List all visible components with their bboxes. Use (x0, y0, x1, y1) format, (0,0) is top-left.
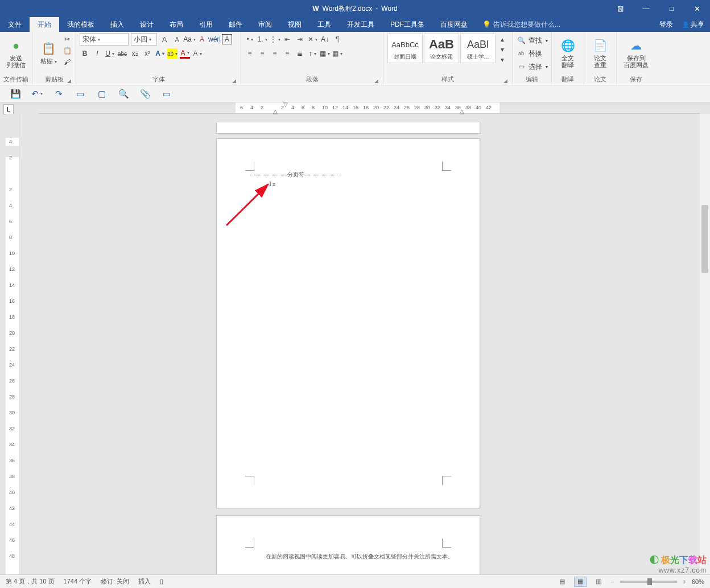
strike-icon[interactable]: abc (117, 48, 127, 59)
tab-mailings[interactable]: 邮件 (221, 17, 250, 32)
align-right-icon[interactable]: ≡ (270, 48, 280, 59)
tab-tools[interactable]: 工具 (309, 17, 339, 32)
borders-icon[interactable]: ▦ (332, 48, 342, 59)
redo-icon[interactable]: ↷ (53, 89, 64, 99)
translate-button[interactable]: 🌐 全文 翻译 (555, 33, 580, 73)
paragraph-launcher-icon[interactable]: ◢ (374, 78, 378, 84)
page-indicator[interactable]: 第 4 页，共 10 页 (6, 577, 55, 586)
select-button[interactable]: ▭选择▾ (516, 60, 548, 73)
styles-down-icon[interactable]: ▾ (497, 44, 507, 55)
styles-launcher-icon[interactable]: ◢ (503, 78, 507, 84)
underline-icon[interactable]: U (105, 48, 115, 59)
text-effects-icon[interactable]: A (155, 48, 165, 59)
font-name-combo[interactable]: 宋体 (80, 33, 129, 46)
document-page[interactable]: 分页符 I≡ (216, 138, 480, 508)
change-case-icon[interactable]: Aa (184, 34, 195, 44)
send-to-wechat-button[interactable]: ● 发送 到微信 (3, 33, 28, 73)
cut-icon[interactable]: ✂ (62, 34, 72, 44)
italic-icon[interactable]: I (92, 48, 102, 59)
style-thesis-title[interactable]: AaB 论文标题 (424, 34, 459, 63)
distribute-icon[interactable]: ≣ (295, 48, 305, 59)
font-color-icon[interactable]: A (180, 48, 190, 59)
asian-layout-icon[interactable]: ✕ (307, 34, 317, 44)
horizontal-ruler[interactable]: ▽ △ △ 6422468101214161820222426283032343… (39, 102, 700, 114)
style-cover-date[interactable]: AaBbCc 封面日期 (387, 34, 423, 63)
tab-view[interactable]: 视图 (280, 17, 309, 32)
tab-design[interactable]: 设计 (132, 17, 162, 32)
tab-references[interactable]: 引用 (191, 17, 221, 32)
tab-my-templates[interactable]: 我的模板 (59, 17, 102, 32)
sort-icon[interactable]: A↓ (320, 34, 330, 44)
bold-icon[interactable]: B (80, 48, 90, 59)
maximize-icon[interactable]: □ (659, 0, 684, 17)
numbering-icon[interactable]: 1. (257, 34, 267, 44)
show-marks-icon[interactable]: ¶ (332, 34, 342, 44)
align-justify-icon[interactable]: ≡ (282, 48, 292, 59)
tab-developer[interactable]: 开发工具 (339, 17, 382, 32)
styles-up-icon[interactable]: ▴ (497, 34, 507, 44)
first-line-indent-icon[interactable]: ▽ (283, 101, 288, 108)
line-spacing-icon[interactable]: ↕ (307, 48, 317, 59)
font-size-combo[interactable]: 小四 (131, 33, 157, 46)
highlight-icon[interactable]: ab (167, 48, 178, 59)
undo-icon[interactable]: ↶ (32, 89, 42, 99)
print-layout-icon[interactable]: ▦ (574, 577, 587, 587)
tab-layout[interactable]: 布局 (162, 17, 191, 32)
login-button[interactable]: 登录 (659, 20, 673, 30)
zoom-in-icon[interactable]: + (683, 578, 686, 585)
qat-attach-icon[interactable]: 📎 (140, 89, 150, 99)
word-count[interactable]: 1744 个字 (64, 577, 92, 586)
grow-font-icon[interactable]: A (159, 34, 170, 44)
superscript-icon[interactable]: x² (142, 48, 152, 59)
char-border-icon[interactable]: A (222, 34, 232, 44)
tab-selector[interactable]: L (3, 104, 14, 114)
decrease-indent-icon[interactable]: ⇤ (282, 34, 292, 44)
zoom-slider[interactable] (620, 581, 677, 583)
share-button[interactable]: 👤 共享 (682, 20, 704, 30)
replace-button[interactable]: ab替换 (516, 47, 542, 60)
insert-mode[interactable]: 插入 (138, 577, 151, 586)
qat-new-icon[interactable]: ▢ (97, 89, 107, 99)
hanging-indent-icon[interactable]: △ (273, 108, 278, 114)
scrollbar-thumb[interactable] (701, 205, 708, 273)
thesis-check-button[interactable]: 📄 论文 查重 (588, 33, 613, 73)
vertical-scrollbar[interactable] (700, 114, 710, 574)
style-master[interactable]: AaBl 硕士学... (460, 34, 496, 63)
read-mode-icon[interactable]: ▤ (556, 577, 568, 587)
phonetic-icon[interactable]: wén (209, 34, 220, 44)
vertical-ruler[interactable]: 4224681012141618202224262830323436384042… (6, 114, 19, 574)
bullets-icon[interactable]: • (245, 34, 255, 44)
tab-review[interactable]: 审阅 (250, 17, 280, 32)
ribbon-display-icon[interactable]: ▧ (608, 0, 633, 17)
qat-mode-icon[interactable]: ▭ (162, 89, 172, 99)
find-button[interactable]: 🔍查找▾ (516, 34, 548, 47)
track-changes-status[interactable]: 修订: 关闭 (101, 577, 129, 586)
char-shading-icon[interactable]: A (192, 48, 203, 59)
close-icon[interactable]: ✕ (684, 0, 710, 17)
shading-icon[interactable]: ▦ (320, 48, 330, 59)
paste-button[interactable]: 📋 粘贴 (36, 33, 61, 73)
align-left-icon[interactable]: ≡ (245, 48, 255, 59)
subscript-icon[interactable]: x₂ (130, 48, 140, 59)
zoom-out-icon[interactable]: − (610, 578, 614, 585)
shrink-font-icon[interactable]: A (172, 34, 182, 44)
save-to-netdisk-button[interactable]: ☁ 保存到 百度网盘 (620, 33, 652, 73)
web-layout-icon[interactable]: ▥ (592, 577, 605, 587)
font-launcher-icon[interactable]: ◢ (232, 78, 236, 84)
qat-spread-icon[interactable]: ▭ (75, 89, 85, 99)
clear-format-icon[interactable]: A (197, 34, 207, 44)
tab-insert[interactable]: 插入 (102, 17, 132, 32)
increase-indent-icon[interactable]: ⇥ (295, 34, 305, 44)
align-center-icon[interactable]: ≡ (257, 48, 267, 59)
tab-file[interactable]: 文件 (0, 17, 30, 32)
tab-home[interactable]: 开始 (30, 17, 59, 32)
multilevel-icon[interactable]: ⋮ (270, 34, 280, 44)
copy-icon[interactable]: 📋 (62, 46, 72, 56)
tell-me-search[interactable]: 💡 告诉我您想要做什么... (482, 17, 560, 32)
tab-pdf-tools[interactable]: PDF工具集 (382, 17, 432, 32)
minimize-icon[interactable]: — (633, 0, 659, 17)
save-icon[interactable]: 💾 (10, 89, 20, 99)
tab-baidu-netdisk[interactable]: 百度网盘 (432, 17, 476, 32)
zoom-level[interactable]: 60% (692, 578, 704, 585)
language-icon[interactable]: ▯ (160, 578, 163, 585)
